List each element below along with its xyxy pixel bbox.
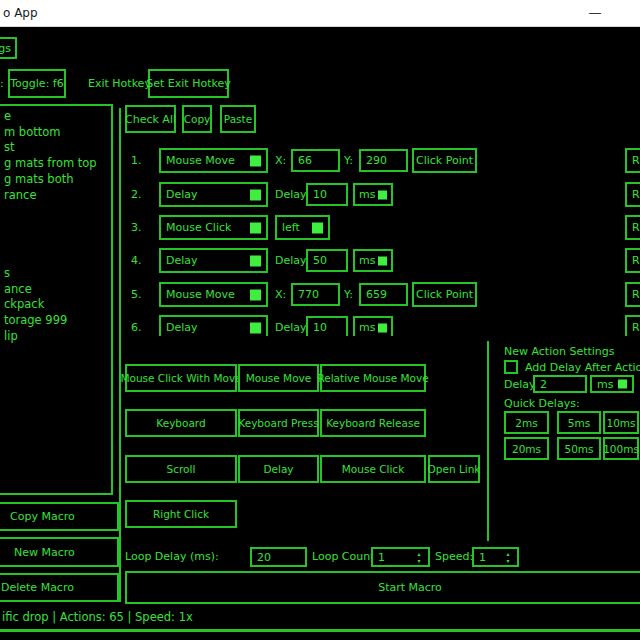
tab-settings[interactable]: gs (0, 37, 17, 59)
action-row: 4.DelayDelay50msR (121, 248, 640, 273)
delay-label: Delay (275, 188, 307, 201)
window-title: o App (3, 6, 38, 20)
add-keyboard-button[interactable]: Keyboard (125, 409, 237, 437)
action-type-dropdown[interactable]: Delay (159, 182, 268, 207)
macro-list-item[interactable]: lip (0, 329, 111, 345)
action-type-dropdown[interactable]: Mouse Click (159, 215, 268, 240)
delay-unit-dropdown[interactable]: ms (353, 183, 393, 206)
copy-macro-button[interactable]: Copy Macro (0, 502, 119, 531)
remove-action-button[interactable]: R (625, 315, 640, 336)
remove-action-button[interactable]: R (625, 148, 640, 173)
loop-count-stepper[interactable]: 1 ▴▾ (371, 547, 430, 567)
action-number: 6. (131, 321, 142, 334)
title-bar (0, 0, 640, 27)
macro-list-item[interactable] (0, 219, 111, 235)
loop-delay-label: Loop Delay (ms): (125, 550, 219, 563)
quick-delay-50ms-button[interactable]: 50ms (557, 437, 601, 460)
exit-hotkey-label: Exit Hotkey: (88, 77, 154, 90)
click-button-dropdown[interactable]: left (275, 215, 330, 240)
y-label: Y: (344, 154, 353, 167)
macro-list-item[interactable]: s (0, 266, 111, 282)
x-input[interactable]: 66 (291, 149, 340, 172)
add-mouse-click-with-move-button[interactable]: Mouse Click With Move (125, 364, 237, 392)
minimize-button[interactable]: — (580, 2, 610, 24)
toggle-hotkey-button[interactable]: Toggle: f6 (8, 69, 66, 98)
remove-action-button[interactable]: R (625, 282, 640, 307)
remove-action-button[interactable]: R (625, 182, 640, 207)
dropdown-arrow-icon (250, 222, 261, 233)
add-right-click-button[interactable]: Right Click (125, 500, 237, 528)
macro-list-item[interactable] (0, 203, 111, 219)
stepper-arrows-icon[interactable]: ▴▾ (414, 550, 424, 566)
macro-list-item[interactable]: ckpack (0, 297, 111, 313)
action-type-dropdown[interactable]: Mouse Move (159, 148, 268, 173)
macro-list-item[interactable]: g mats both (0, 172, 111, 188)
macro-list-item[interactable]: e (0, 106, 111, 125)
check-all-button[interactable]: Check All (125, 105, 176, 133)
quick-delay-10ms-button[interactable]: 10ms (603, 411, 639, 434)
add-mouse-move-button[interactable]: Mouse Move (238, 364, 319, 392)
action-number: 3. (131, 221, 142, 234)
click-point-button[interactable]: Click Point (412, 148, 477, 173)
new-macro-button[interactable]: New Macro (0, 537, 119, 567)
macro-list-item[interactable]: rance (0, 188, 111, 204)
loop-delay-input[interactable]: 20 (250, 547, 307, 567)
action-row: 1.Mouse MoveX:66Y:290Click PointR (121, 148, 640, 173)
add-keyboard-release-button[interactable]: Keyboard Release (320, 409, 426, 437)
nas-delay-unit-dropdown[interactable]: ms (590, 375, 634, 393)
delay-unit-dropdown[interactable]: ms (353, 249, 393, 272)
delay-label: Delay (275, 254, 307, 267)
y-input[interactable]: 659 (359, 283, 408, 306)
remove-action-button[interactable]: R (625, 248, 640, 273)
delay-input[interactable]: 10 (306, 183, 348, 206)
stepper-arrows-icon[interactable]: ▴▾ (503, 550, 513, 566)
action-row: 6.DelayDelay10msR (121, 315, 640, 336)
quick-delay-100ms-button[interactable]: 100ms (603, 437, 639, 460)
set-exit-hotkey-button[interactable]: Set Exit Hotkey (148, 69, 229, 98)
quick-delay-2ms-button[interactable]: 2ms (504, 411, 549, 434)
macro-list-item[interactable] (0, 250, 111, 266)
quick-delay-5ms-button[interactable]: 5ms (557, 411, 601, 434)
add-mouse-click-button[interactable]: Mouse Click (320, 455, 426, 483)
delay-input[interactable]: 50 (306, 249, 348, 272)
delete-macro-button[interactable]: Delete Macro (0, 573, 119, 602)
macro-list[interactable]: em bottomstg mats from topg mats bothran… (0, 104, 113, 495)
add-scroll-button[interactable]: Scroll (125, 455, 237, 483)
delay-input[interactable]: 10 (306, 316, 348, 336)
new-action-settings-border (487, 341, 489, 541)
action-type-dropdown[interactable]: Delay (159, 248, 268, 273)
action-rows-panel: 1.Mouse MoveX:66Y:290Click PointR2.Delay… (121, 140, 640, 336)
macro-list-item[interactable]: st (0, 140, 111, 156)
y-input[interactable]: 290 (359, 149, 408, 172)
add-delay-checkbox[interactable] (504, 360, 518, 374)
loop-count-label: Loop Count: (312, 550, 378, 563)
new-action-settings-title: New Action Settings (504, 345, 615, 358)
macro-list-item[interactable] (0, 235, 111, 251)
macro-list-item[interactable]: torage 999 (0, 313, 111, 329)
dropdown-arrow-icon (378, 256, 387, 265)
macro-list-item[interactable]: ance (0, 282, 111, 298)
paste-button[interactable]: Paste (220, 105, 256, 133)
action-type-dropdown[interactable]: Delay (159, 315, 268, 336)
nas-delay-input[interactable]: 2 (533, 375, 587, 393)
quick-delay-20ms-button[interactable]: 20ms (504, 437, 549, 460)
remove-action-button[interactable]: R (625, 215, 640, 240)
add-relative-mouse-move-button[interactable]: Relative Mouse Move (320, 364, 426, 392)
x-input[interactable]: 770 (291, 283, 340, 306)
macro-list-item[interactable]: m bottom (0, 125, 111, 141)
delay-label: Delay (275, 321, 307, 334)
add-keyboard-press-button[interactable]: Keyboard Press (238, 409, 319, 437)
macro-list-item[interactable]: g mats from top (0, 156, 111, 172)
delay-unit-dropdown[interactable]: ms (353, 316, 393, 336)
start-macro-button[interactable]: Start Macro (125, 571, 640, 604)
dropdown-arrow-icon (250, 289, 261, 300)
action-type-dropdown[interactable]: Mouse Move (159, 282, 268, 307)
dropdown-arrow-icon (618, 380, 627, 389)
copy-button[interactable]: Copy (182, 105, 212, 133)
quick-delays-label: Quick Delays: (504, 397, 580, 410)
add-open-link-button[interactable]: Open Link (428, 455, 480, 483)
speed-stepper[interactable]: 1 ▴▾ (472, 547, 519, 567)
add-delay-button[interactable]: Delay (238, 455, 319, 483)
click-point-button[interactable]: Click Point (412, 282, 477, 307)
speed-label: Speed: (435, 550, 473, 563)
